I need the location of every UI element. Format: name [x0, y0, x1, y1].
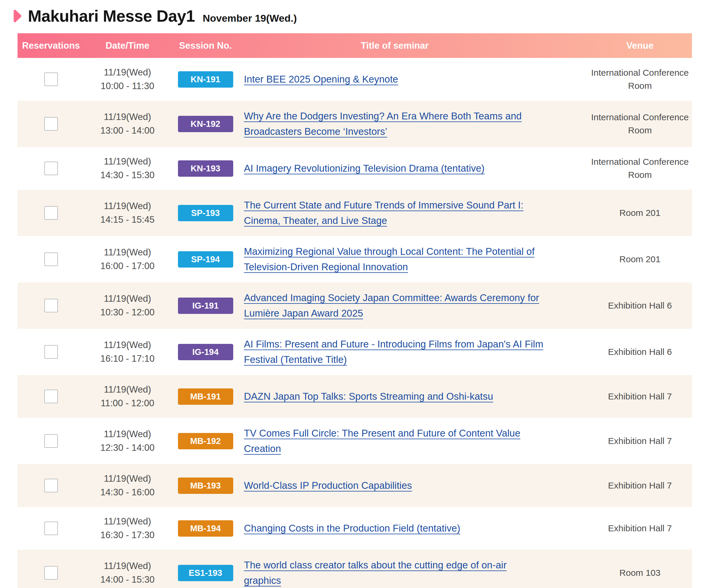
- reservation-cell: [17, 117, 84, 131]
- table-row: 11/19(Wed) 11:00 - 12:00 MB-191 DAZN Jap…: [17, 375, 692, 418]
- date-text: 11/19(Wed): [84, 514, 171, 528]
- seminar-title-link[interactable]: DAZN Japan Top Talks: Sports Streaming a…: [244, 391, 493, 402]
- venue-cell: Room 201: [588, 206, 692, 219]
- datetime-cell: 11/19(Wed) 14:30 - 16:00: [84, 472, 171, 499]
- time-text: 14:30 - 16:00: [84, 486, 171, 499]
- date-text: 11/19(Wed): [84, 110, 171, 124]
- session-badge: SP-194: [178, 251, 233, 267]
- datetime-cell: 11/19(Wed) 14:15 - 15:45: [84, 199, 171, 227]
- seminar-title-link[interactable]: AI Imagery Revolutionizing Television Dr…: [244, 163, 484, 174]
- datetime-cell: 11/19(Wed) 16:00 - 17:00: [84, 246, 171, 273]
- seminar-title-link[interactable]: World-Class IP Production Capabilities: [244, 480, 412, 491]
- venue-cell: Exhibition Hall 7: [588, 390, 692, 403]
- reservation-checkbox[interactable]: [44, 566, 58, 580]
- column-header-venue: Venue: [588, 40, 692, 51]
- venue-cell: Exhibition Hall 7: [588, 522, 692, 535]
- reservation-checkbox[interactable]: [44, 434, 58, 448]
- reservation-cell: [17, 252, 84, 266]
- time-text: 14:00 - 15:30: [84, 573, 171, 587]
- datetime-cell: 11/19(Wed) 11:00 - 12:00: [84, 383, 171, 410]
- session-badge: KN-193: [178, 160, 233, 177]
- reservation-cell: [17, 345, 84, 359]
- reservation-checkbox[interactable]: [44, 299, 58, 312]
- title-cell: The world class creator talks about the …: [240, 557, 588, 588]
- table-row: 11/19(Wed) 16:00 - 17:00 SP-194 Maximizi…: [17, 236, 692, 282]
- column-header-reservations: Reservations: [17, 40, 84, 51]
- venue-cell: Exhibition Hall 7: [588, 435, 692, 447]
- title-cell: Advanced Imaging Society Japan Committee…: [240, 290, 588, 321]
- title-cell: Maximizing Regional Value through Local …: [240, 244, 588, 275]
- time-text: 16:10 - 17:10: [84, 352, 171, 365]
- datetime-cell: 11/19(Wed) 10:30 - 12:00: [84, 292, 171, 319]
- session-cell: KN-191: [171, 71, 240, 88]
- session-cell: SP-194: [171, 251, 240, 267]
- seminar-title-link[interactable]: The world class creator talks about the …: [244, 559, 507, 586]
- reservation-checkbox[interactable]: [44, 72, 58, 86]
- column-header-datetime: Date/Time: [84, 40, 171, 51]
- session-badge: MB-193: [178, 478, 233, 494]
- reservation-cell: [17, 522, 84, 535]
- date-text: 11/19(Wed): [84, 292, 171, 306]
- time-text: 10:00 - 11:30: [84, 79, 171, 93]
- reservation-cell: [17, 479, 84, 492]
- title-arrow-icon: [13, 9, 22, 23]
- session-badge: SP-193: [178, 205, 233, 221]
- seminar-table: Reservations Date/Time Session No. Title…: [17, 33, 692, 588]
- title-cell: Inter BEE 2025 Opening & Keynote: [240, 71, 588, 87]
- session-cell: MB-193: [171, 478, 240, 494]
- reservation-cell: [17, 434, 84, 448]
- date-text: 11/19(Wed): [84, 383, 171, 396]
- reservation-checkbox[interactable]: [44, 479, 58, 492]
- venue-cell: Exhibition Hall 6: [588, 299, 692, 312]
- seminar-title-link[interactable]: Inter BEE 2025 Opening & Keynote: [244, 74, 398, 85]
- reservation-checkbox[interactable]: [44, 252, 58, 266]
- title-cell: Why Are the Dodgers Investing? An Era Wh…: [240, 108, 588, 139]
- table-row: 11/19(Wed) 13:00 - 14:00 KN-192 Why Are …: [17, 101, 692, 147]
- reservation-cell: [17, 299, 84, 312]
- datetime-cell: 11/19(Wed) 14:00 - 15:30: [84, 559, 171, 587]
- session-cell: MB-192: [171, 433, 240, 449]
- reservation-checkbox[interactable]: [44, 390, 58, 403]
- seminar-title-link[interactable]: The Current State and Future Trends of I…: [244, 200, 523, 226]
- table-row: 11/19(Wed) 14:15 - 15:45 SP-193 The Curr…: [17, 190, 692, 236]
- date-text: 11/19(Wed): [84, 155, 171, 168]
- seminar-title-link[interactable]: Advanced Imaging Society Japan Committee…: [244, 292, 539, 318]
- session-cell: ES1-193: [171, 565, 240, 581]
- date-text: 11/19(Wed): [84, 427, 171, 441]
- reservation-cell: [17, 566, 84, 580]
- title-cell: The Current State and Future Trends of I…: [240, 197, 588, 228]
- title-cell: World-Class IP Production Capabilities: [240, 478, 588, 493]
- reservation-checkbox[interactable]: [44, 345, 58, 359]
- seminar-table-body: 11/19(Wed) 10:00 - 11:30 KN-191 Inter BE…: [17, 58, 692, 588]
- reservation-checkbox[interactable]: [44, 117, 58, 131]
- datetime-cell: 11/19(Wed) 12:30 - 14:00: [84, 427, 171, 455]
- reservation-checkbox[interactable]: [44, 206, 58, 220]
- seminar-title-link[interactable]: Changing Costs in the Production Field (…: [244, 523, 460, 534]
- venue-cell: Exhibition Hall 7: [588, 479, 692, 492]
- table-row: 11/19(Wed) 10:00 - 11:30 KN-191 Inter BE…: [17, 58, 692, 101]
- table-row: 11/19(Wed) 12:30 - 14:00 MB-192 TV Comes…: [17, 418, 692, 464]
- page-date: November 19(Wed.): [203, 12, 297, 24]
- session-badge: MB-192: [178, 433, 233, 449]
- venue-cell: International Conference Room: [588, 155, 692, 182]
- seminar-title-link[interactable]: AI Films: Present and Future - Introduci…: [244, 339, 544, 365]
- time-text: 16:00 - 17:00: [84, 259, 171, 273]
- seminar-title-link[interactable]: Why Are the Dodgers Investing? An Era Wh…: [244, 110, 522, 137]
- reservation-checkbox[interactable]: [44, 161, 58, 175]
- session-badge: IG-194: [178, 344, 233, 360]
- reservation-cell: [17, 72, 84, 86]
- date-text: 11/19(Wed): [84, 199, 171, 213]
- session-badge: MB-191: [178, 388, 233, 405]
- title-cell: TV Comes Full Circle: The Present and Fu…: [240, 426, 588, 456]
- session-badge: IG-191: [178, 298, 233, 314]
- seminar-title-link[interactable]: TV Comes Full Circle: The Present and Fu…: [244, 428, 520, 454]
- table-row: 11/19(Wed) 16:30 - 17:30 MB-194 Changing…: [17, 507, 692, 550]
- session-badge: KN-192: [178, 116, 233, 132]
- reservation-cell: [17, 206, 84, 220]
- reservation-checkbox[interactable]: [44, 522, 58, 535]
- seminar-title-link[interactable]: Maximizing Regional Value through Local …: [244, 246, 534, 272]
- page-title: Makuhari Messe Day1: [28, 6, 195, 26]
- page-header: Makuhari Messe Day1 November 19(Wed.): [13, 6, 705, 26]
- time-text: 10:30 - 12:00: [84, 306, 171, 319]
- time-text: 13:00 - 14:00: [84, 124, 171, 138]
